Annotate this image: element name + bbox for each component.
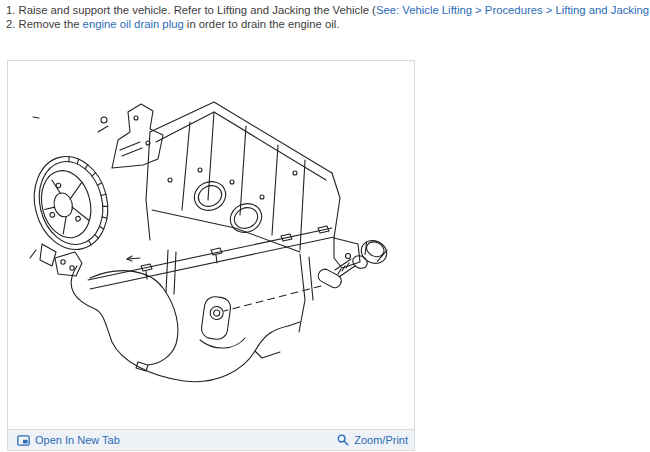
drain-hole-boss	[200, 295, 232, 340]
step-2-link-drain-plug[interactable]: engine oil drain plug	[83, 18, 184, 30]
step-1-text-before: Raise and support the vehicle. Refer to …	[15, 4, 375, 16]
drain-plug	[224, 237, 390, 311]
step-2: 2. Remove the engine oil drain plug in o…	[6, 17, 646, 31]
leader-line	[224, 286, 321, 311]
engine-diagram	[8, 61, 414, 429]
magnifier-icon	[337, 434, 349, 446]
open-in-new-tab-link[interactable]: Open In New Tab	[17, 434, 120, 446]
accessory-cluster	[33, 104, 163, 168]
step-1: 1. Raise and support the vehicle. Refer …	[6, 3, 646, 17]
open-in-new-tab-label: Open In New Tab	[35, 434, 120, 446]
zoom-print-link[interactable]: Zoom/Print	[337, 434, 408, 446]
step-1-link-lifting-jacking[interactable]: See: Vehicle Lifting > Procedures > Lift…	[376, 4, 650, 16]
step-2-number: 2.	[6, 18, 15, 30]
step-2-text-after: in order to drain the engine oil.	[184, 18, 340, 30]
page: 1. Raise and support the vehicle. Refer …	[0, 0, 650, 452]
direction-arrow	[127, 256, 140, 261]
figure-footer: Open In New Tab Zoom/Print	[8, 429, 414, 450]
oil-pan	[71, 256, 300, 382]
procedure-steps: 1. Raise and support the vehicle. Refer …	[6, 3, 646, 31]
open-in-new-tab-icon	[17, 435, 30, 446]
step-1-number: 1.	[6, 4, 15, 16]
figure-box: Open In New Tab Zoom/Print	[7, 60, 415, 451]
subframe-rail	[30, 226, 334, 289]
crankshaft-pulley	[25, 149, 118, 258]
zoom-print-label: Zoom/Print	[354, 434, 408, 446]
engine-block	[146, 102, 360, 332]
step-2-text-before: Remove the	[15, 18, 82, 30]
figure-image-area	[8, 61, 414, 429]
